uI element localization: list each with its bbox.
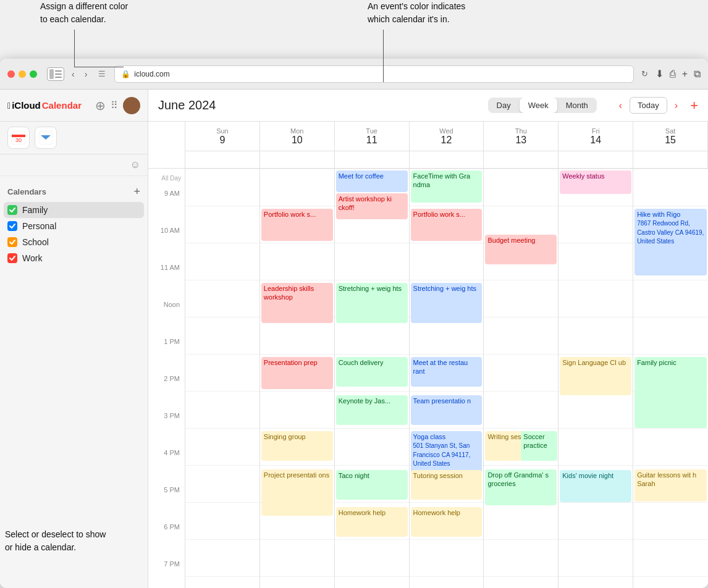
time-slot-1pm: 1 PM [148,335,185,372]
calendar-header: June 2024 Day Week Month ‹ Today › + [148,90,708,122]
event-sign-language[interactable]: Sign Language Cl ub [560,357,631,395]
event-meet-for-coffee[interactable]: Meet for coffee [336,170,408,192]
share-icon[interactable]: ⎙ [670,69,676,80]
calendar-item-work[interactable]: Work [0,250,148,266]
event-kids-movie-night[interactable]: Kids' movie night [560,470,631,502]
days-scroll[interactable]: Portfolio work s... Leadership skills wo… [185,169,708,588]
browser-toolbar: ‹ › ☰ 🔒 icloud.com ↻ ⬇ ⎙ + ⧉ [0,59,708,90]
allday-sun [185,151,260,168]
url-bar[interactable]: 🔒 icloud.com [114,65,633,83]
calendars-section-title: Calendars [7,187,46,196]
event-tutoring[interactable]: Tutoring session [411,470,483,500]
add-event-header-button[interactable]: ⊕ [95,98,106,113]
event-stretching-tue[interactable]: Stretching + weig hts [336,283,408,323]
event-keynote[interactable]: Keynote by Jas... [336,395,408,425]
event-drop-off-grandma[interactable]: Drop off Grandma' s groceries [485,469,557,505]
time-column: All Day 9 AM 10 AM 11 AM Noon 1 PM 2 PM … [148,122,185,588]
svg-rect-0 [49,69,54,79]
event-presentation-prep[interactable]: Presentation prep [261,357,333,389]
minimize-button[interactable] [19,70,26,78]
lock-icon: 🔒 [121,70,130,78]
event-homework-help-tue[interactable]: Homework help [336,507,408,537]
calendar-item-personal[interactable]: Personal [0,218,148,234]
user-avatar[interactable] [123,97,140,114]
event-homework-help-wed[interactable]: Homework help [411,507,483,537]
close-button[interactable] [7,70,15,78]
event-family-picnic[interactable]: Family picnic [634,357,707,428]
calendar-item-school[interactable]: School [0,234,148,250]
event-portfolio-work-mon[interactable]: Portfolio work s... [261,209,333,241]
forward-button[interactable]: › [82,68,90,80]
today-button[interactable]: Today [630,97,667,114]
calendar-main: June 2024 Day Week Month ‹ Today › + [148,90,708,588]
traffic-lights [7,70,37,78]
event-facetime-grandma[interactable]: FaceTime with Gra ndma [411,170,483,203]
view-day-button[interactable]: Day [488,98,520,113]
maximize-button[interactable] [30,70,37,78]
reaction-button[interactable]: ☺ [130,159,140,170]
time-slot-5pm: 5 PM [148,484,185,521]
col-fri: Weekly status Sign Language Cl ub Kids' … [558,169,633,588]
allday-sat [633,151,708,168]
event-soccer-practice[interactable]: Soccer practice [521,431,557,461]
allday-thu [484,151,558,168]
event-team-presentation[interactable]: Team presentatio n [411,395,483,425]
family-calendar-dot [7,205,17,215]
time-slot-9am: 9 AM [148,187,185,224]
view-week-button[interactable]: Week [520,98,557,113]
personal-calendar-label: Personal [22,221,56,231]
all-day-row [185,151,708,169]
refresh-button[interactable]: ↻ [639,68,651,80]
grid-apps-button[interactable]: ⠿ [111,99,118,111]
event-project-presentations[interactable]: Project presentati ons [261,469,333,516]
back-button[interactable]: ‹ [69,68,77,80]
event-singing-group[interactable]: Singing group [261,431,333,461]
event-weekly-status[interactable]: Weekly status [560,170,631,194]
event-guitar-lessons[interactable]: Guitar lessons wit h Sarah [634,469,707,502]
tabs-icon[interactable]: ⧉ [694,69,701,80]
calendar-app-icon[interactable]: 30 [7,127,30,149]
col-thu: Budget meeting Writing session ... Socce… [484,169,558,588]
event-stretching-wed[interactable]: Stretching + weig hts [411,283,483,323]
event-leadership-skills[interactable]: Leadership skills workshop [261,283,333,323]
sidebar-header-controls: ⊕ ⠿ [95,97,140,114]
add-event-button[interactable]: + [690,99,698,112]
sidebar-toggle-button[interactable] [47,67,64,81]
view-switcher: Day Week Month [488,98,597,113]
prev-button[interactable]: ‹ [617,99,625,112]
event-taco-night[interactable]: Taco night [336,470,408,500]
nav-controls: ‹ Today › [617,97,680,114]
days-area: Sun 9 Mon 10 Tue 11 Wed [185,122,708,588]
event-meet-restaurant[interactable]: Meet at the restau rant [411,357,483,387]
calendar-item-family[interactable]: Family [4,202,144,218]
day-header-tue: Tue 11 [335,122,410,151]
download-icon[interactable]: ⬇ [655,68,664,80]
annotation-top-left: Assign a different color to each calenda… [40,0,128,26]
add-calendar-button[interactable]: + [133,186,140,197]
svg-rect-2 [55,74,62,75]
personal-calendar-dot [7,221,17,231]
mail-app-icon[interactable] [35,127,57,149]
col-wed: FaceTime with Gra ndma Portfolio work s.… [410,169,484,588]
event-portfolio-wed[interactable]: Portfolio work s... [411,209,483,241]
view-month-button[interactable]: Month [557,98,597,113]
event-couch-delivery[interactable]: Couch delivery [336,357,408,387]
app-area:  iCloud Calendar ⊕ ⠿ 30 [0,90,708,588]
day-header-mon: Mon 10 [260,122,335,151]
time-slot-4pm: 4 PM [148,447,185,484]
apple-logo:  [7,101,11,111]
time-slot-3pm: 3 PM [148,410,185,447]
month-year-title: June 2024 [158,98,216,112]
day-num-12: 12 [441,135,452,146]
event-hike-rigo[interactable]: Hike with Rigo7867 Redwood Rd, Castro Va… [634,209,707,275]
next-button[interactable]: › [672,99,680,112]
col-tue: Meet for coffee Artist workshop ki ckoff… [335,169,410,588]
day-name-tue: Tue [366,127,377,135]
day-name-thu: Thu [515,127,527,135]
event-budget-meeting[interactable]: Budget meeting [485,235,557,264]
event-artist-workshop[interactable]: Artist workshop ki ckoff! [336,193,408,219]
allday-wed [410,151,484,168]
day-header-sat: Sat 15 [633,122,708,151]
day-num-10: 10 [292,135,303,146]
new-tab-icon[interactable]: + [682,69,688,80]
